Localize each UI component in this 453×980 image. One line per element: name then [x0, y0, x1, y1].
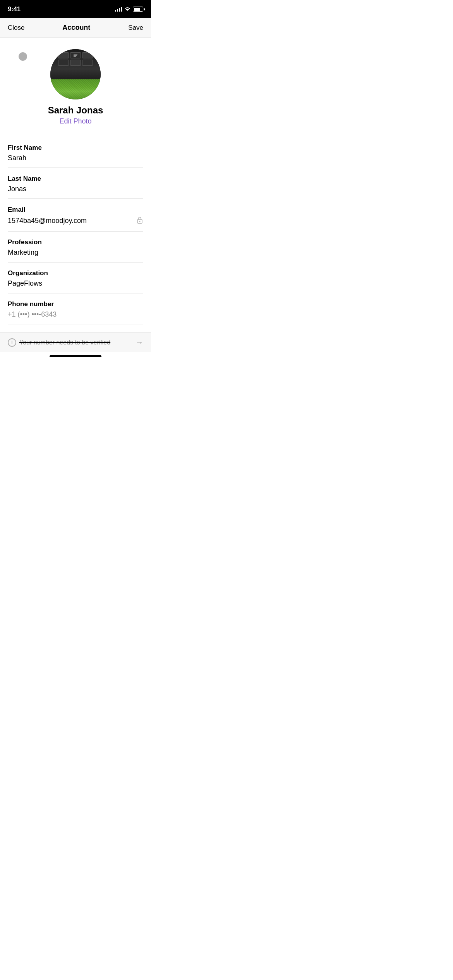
field-label-first-name: First Name — [8, 137, 143, 154]
edit-photo-button[interactable]: Edit Photo — [59, 117, 91, 125]
svg-rect-0 — [74, 54, 77, 55]
avatar[interactable] — [50, 49, 101, 99]
nav-bar: Close Account Save — [0, 18, 151, 38]
form-section: First Name Sarah Last Name Jonas Email 1… — [0, 133, 151, 324]
page-title: Account — [62, 24, 90, 32]
field-group-profession: Profession Marketing — [8, 231, 143, 262]
verification-message: Your number needs to be verified — [19, 339, 110, 346]
arrow-icon[interactable]: → — [136, 338, 143, 347]
field-group-organization: Organization PageFlows — [8, 262, 143, 293]
field-value-profession[interactable]: Marketing — [8, 248, 38, 257]
battery-icon — [133, 7, 143, 12]
save-button[interactable]: Save — [128, 24, 143, 32]
close-button[interactable]: Close — [8, 24, 24, 32]
home-indicator — [0, 352, 151, 360]
field-label-phone-number: Phone number — [8, 293, 143, 310]
status-bar: 9:41 — [0, 0, 151, 18]
field-group-first-name: First Name Sarah — [8, 137, 143, 168]
svg-rect-2 — [74, 56, 76, 57]
wifi-icon — [124, 6, 130, 12]
lock-icon — [136, 216, 143, 226]
field-label-email: Email — [8, 199, 143, 216]
status-time: 9:41 — [8, 5, 21, 13]
profile-name: Sarah Jonas — [48, 105, 103, 116]
field-value-first-name[interactable]: Sarah — [8, 154, 26, 162]
field-group-last-name: Last Name Jonas — [8, 168, 143, 199]
field-label-profession: Profession — [8, 231, 143, 248]
field-value-last-name[interactable]: Jonas — [8, 185, 26, 193]
field-group-email: Email 1574ba45@moodjoy.com — [8, 199, 143, 231]
warning-icon: ! — [8, 338, 16, 347]
status-icons — [115, 6, 143, 12]
field-value-email[interactable]: 1574ba45@moodjoy.com — [8, 217, 87, 225]
field-label-organization: Organization — [8, 262, 143, 279]
svg-point-4 — [139, 221, 141, 222]
field-value-phone-number[interactable]: +1 (•••) •••-6343 — [8, 310, 57, 319]
field-label-last-name: Last Name — [8, 168, 143, 185]
profile-section: Sarah Jonas Edit Photo — [0, 38, 151, 133]
svg-rect-1 — [74, 55, 77, 56]
signal-bars-icon — [115, 7, 122, 12]
verification-bar[interactable]: ! Your number needs to be verified → — [0, 332, 151, 352]
profile-dot-indicator — [19, 52, 27, 61]
field-value-organization[interactable]: PageFlows — [8, 279, 42, 288]
field-group-phone-number: Phone number +1 (•••) •••-6343 — [8, 293, 143, 324]
